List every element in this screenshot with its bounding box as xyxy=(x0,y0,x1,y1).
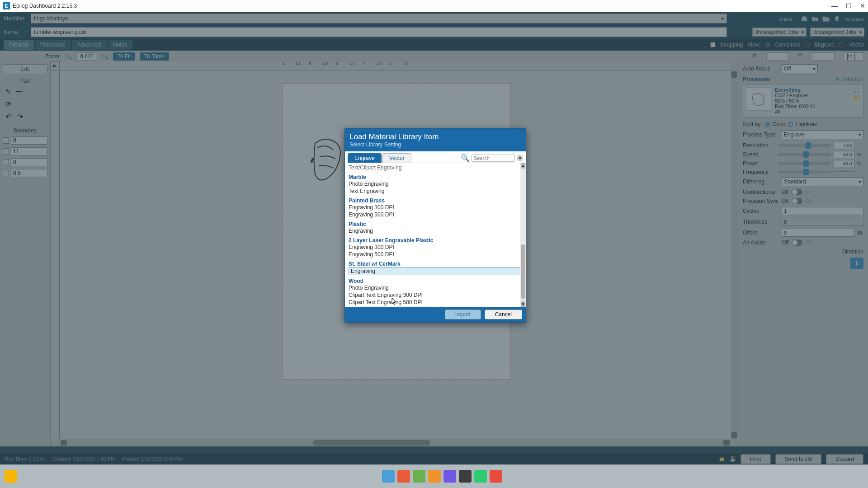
undo-icon[interactable]: ↶ xyxy=(4,112,13,121)
boundary-input-0[interactable] xyxy=(11,136,47,145)
minimize-button[interactable]: — xyxy=(831,2,838,9)
folder-select[interactable]: Uncategorized Jobs▾ xyxy=(752,28,807,37)
modal-tab-engrave[interactable]: Engrave xyxy=(348,153,382,163)
status-folder-icon[interactable]: 📁 xyxy=(719,456,725,462)
slider-0[interactable] xyxy=(778,144,831,147)
taskbar-app-4[interactable] xyxy=(428,470,441,483)
import-button[interactable]: Import xyxy=(445,310,481,319)
edit-button[interactable]: Edit xyxy=(3,64,47,74)
tab-processes[interactable]: Processes xyxy=(35,40,71,50)
snapping-checkbox[interactable] xyxy=(710,42,716,47)
slider-value-1[interactable]: 50.0 xyxy=(834,151,854,158)
boundary-input-3[interactable] xyxy=(11,169,47,177)
close-button[interactable]: ✕ xyxy=(860,2,865,9)
process-folder-icon[interactable]: 📁 xyxy=(854,95,860,102)
material-item[interactable]: Photo Engraving xyxy=(349,180,522,188)
scroll-left-arrow[interactable] xyxy=(61,440,67,446)
taskbar[interactable] xyxy=(0,465,868,488)
direction-button[interactable]: ⬇ xyxy=(850,258,863,269)
scroll-h-thumb[interactable] xyxy=(313,440,430,446)
maximize-button[interactable]: ☐ xyxy=(846,2,852,9)
slider-2[interactable] xyxy=(778,162,831,165)
view-engrave-radio[interactable] xyxy=(804,42,810,47)
slider-value-0[interactable]: 500 xyxy=(834,142,854,149)
dither-select[interactable]: Standard▾ xyxy=(782,177,863,186)
material-item-truncated[interactable]: Text/Clipart Engraving xyxy=(349,164,522,171)
view-combined-radio[interactable] xyxy=(765,42,771,47)
refresh-icon[interactable]: ⟳ xyxy=(4,99,13,108)
folder-open-icon[interactable] xyxy=(811,15,819,22)
send-to-jm-button[interactable]: Send to JM xyxy=(775,454,822,464)
name-field[interactable]: tumbler-engraving.cdr xyxy=(31,27,727,37)
material-item[interactable]: Engraving 300 DPI xyxy=(349,244,522,251)
modal-tab-vector[interactable]: Vector xyxy=(382,153,411,163)
material-item[interactable]: Photo Engraving xyxy=(349,284,522,291)
thickness-input[interactable] xyxy=(782,218,863,226)
airassist-toggle[interactable] xyxy=(792,239,802,246)
scrollbar-vertical[interactable] xyxy=(731,70,738,439)
modal-scrollbar[interactable]: ▲ ▼ xyxy=(520,163,526,307)
zoom-in-icon[interactable]: 🔍 xyxy=(102,53,108,60)
search-clear-icon[interactable]: ✕ xyxy=(517,155,523,161)
material-item[interactable]: Engraving xyxy=(349,267,522,275)
slider-3[interactable] xyxy=(778,171,831,174)
process-card[interactable]: Everything CO2 / Engrave 50% / 50% Run T… xyxy=(743,84,863,117)
folder-home-icon[interactable] xyxy=(801,15,808,22)
taskbar-app-7[interactable] xyxy=(474,470,487,483)
scrollbar-horizontal[interactable] xyxy=(60,439,731,446)
view-vector-radio[interactable] xyxy=(839,42,844,47)
print-button[interactable]: Print xyxy=(741,454,771,464)
folder-add-icon[interactable] xyxy=(822,15,830,22)
tab-notes[interactable]: Notes xyxy=(108,40,132,50)
material-item[interactable]: Clipart Text Engraving 300 DPI xyxy=(349,291,522,299)
boundary-input-1[interactable] xyxy=(11,147,47,155)
material-item[interactable]: Text Engraving xyxy=(349,188,522,195)
tab-preview[interactable]: Preview xyxy=(4,40,34,50)
toggle-1[interactable] xyxy=(792,198,802,204)
autofocus-select[interactable]: Off▾ xyxy=(782,64,818,73)
tab-advanced[interactable]: Advanced xyxy=(72,40,107,50)
unit-box[interactable]: [in.] xyxy=(844,52,863,61)
machine-select[interactable]: Inigo Montoya▾ xyxy=(31,14,727,23)
scroll-right-arrow[interactable] xyxy=(723,440,730,446)
split-color-radio[interactable] xyxy=(765,122,770,127)
modal-scroll-down[interactable]: ▼ xyxy=(521,301,525,307)
subfolder-select[interactable]: Uncategorized Jobs▾ xyxy=(810,28,864,37)
modal-scroll-up[interactable]: ▲ xyxy=(521,163,525,169)
material-item[interactable]: Engraving 300 DPI xyxy=(349,204,522,211)
taskbar-app-5[interactable] xyxy=(443,470,456,483)
process-expand-icon[interactable]: ⛶ xyxy=(854,87,860,94)
scroll-down-arrow[interactable] xyxy=(731,432,737,438)
cycles-input[interactable] xyxy=(782,207,863,215)
discard-button[interactable]: Discard xyxy=(826,454,863,464)
material-item[interactable]: Engraving xyxy=(349,227,522,235)
slider-value-2[interactable]: 50.0 xyxy=(834,160,854,167)
to-fit-button[interactable]: To Fit xyxy=(113,52,135,61)
taskbar-start-icon[interactable] xyxy=(5,470,17,483)
redo-icon[interactable]: ↷ xyxy=(15,112,24,121)
split-hairlines-radio[interactable] xyxy=(788,122,793,127)
zoom-value[interactable]: 0.622 xyxy=(76,52,97,61)
scroll-up-arrow[interactable] xyxy=(731,71,737,78)
material-item[interactable]: Engraving 500 DPI xyxy=(349,251,522,258)
taskbar-app-8[interactable] xyxy=(490,470,502,483)
boundary-lock-0[interactable] xyxy=(3,137,9,144)
status-save-icon[interactable]: 💾 xyxy=(730,456,736,462)
material-item[interactable]: Clipart Text Engraving 500 DPI xyxy=(349,299,522,306)
offset-input[interactable] xyxy=(782,229,855,237)
modal-scroll-thumb[interactable] xyxy=(521,244,525,299)
taskbar-app-1[interactable] xyxy=(382,470,395,483)
toggle-0[interactable] xyxy=(792,189,802,195)
material-item[interactable]: Engraving 500 DPI xyxy=(349,211,522,218)
slider-1[interactable] xyxy=(778,153,831,156)
boundary-input-2[interactable] xyxy=(11,158,47,166)
trash-icon[interactable] xyxy=(833,15,840,22)
cancel-button[interactable]: Cancel xyxy=(485,310,522,319)
ptype-select[interactable]: Engrave▾ xyxy=(782,130,863,139)
boundary-lock-3[interactable] xyxy=(3,170,9,176)
slider-value-3[interactable] xyxy=(834,171,854,173)
to-table-button[interactable]: To Table xyxy=(140,52,169,61)
taskbar-app-2[interactable] xyxy=(397,470,410,483)
zoom-out-icon[interactable]: 🔍 xyxy=(65,53,72,60)
boundary-lock-1[interactable] xyxy=(3,148,9,155)
